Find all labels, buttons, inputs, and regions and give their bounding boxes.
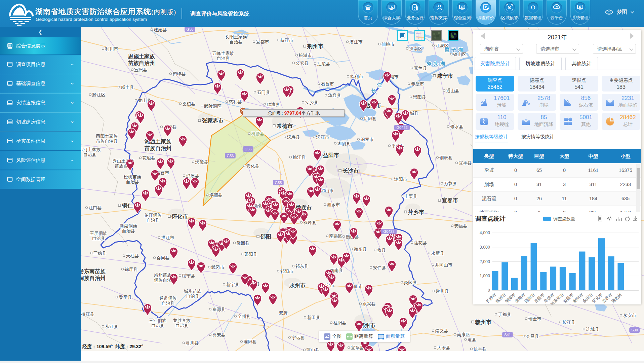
svg-text:赤壁市: 赤壁市 — [411, 81, 424, 86]
svg-text:汉寿县: 汉寿县 — [287, 135, 300, 140]
svg-text:浏阳市: 浏阳市 — [394, 177, 407, 182]
svg-text:泸溪县: 泸溪县 — [186, 173, 199, 178]
svg-text:郴州市: 郴州市 — [572, 292, 584, 304]
svg-text:蓝山县: 蓝山县 — [307, 348, 320, 351]
svg-text:G56: G56 — [227, 154, 234, 158]
svg-text:遂川县: 遂川县 — [436, 289, 449, 294]
svg-text:自治县: 自治县 — [186, 294, 199, 299]
svg-text:潜江市: 潜江市 — [350, 39, 363, 44]
svg-text:侗族自治: 侗族自治 — [154, 278, 172, 283]
svg-text:恩施土家族: 恩施土家族 — [128, 53, 155, 59]
svg-text:新晃侗族: 新晃侗族 — [120, 223, 137, 228]
svg-text:自治县: 自治县 — [83, 152, 96, 157]
svg-text:湘乡市: 湘乡市 — [327, 202, 340, 207]
svg-text:三江侗族: 三江侗族 — [149, 318, 166, 323]
svg-text:4,000: 4,000 — [480, 230, 490, 235]
svg-text:邵阳市: 邵阳市 — [523, 292, 536, 304]
svg-text:永兴县: 永兴县 — [363, 301, 376, 306]
svg-text:永州市: 永州市 — [289, 282, 306, 288]
svg-text:武陵源区: 武陵源区 — [204, 104, 222, 109]
svg-text:新田县: 新田县 — [307, 315, 320, 320]
svg-text:自治县: 自治县 — [230, 39, 243, 44]
svg-text:灌阳县: 灌阳县 — [244, 339, 257, 344]
svg-text:邵阳: 邵阳 — [260, 234, 271, 240]
svg-text:桂阳县: 桂阳县 — [333, 320, 347, 325]
svg-text:玉屏侗族: 玉屏侗族 — [90, 231, 107, 236]
svg-text:怀化市: 怀化市 — [591, 292, 604, 304]
svg-text:黎平县: 黎平县 — [119, 295, 132, 300]
svg-text:监利市: 监利市 — [350, 74, 363, 79]
svg-text:安化县: 安化县 — [246, 164, 259, 169]
svg-text:江陵县: 江陵县 — [317, 61, 330, 66]
svg-text:3,000: 3,000 — [480, 245, 490, 250]
svg-text:隆回县: 隆回县 — [237, 241, 250, 246]
svg-text:宣恩县: 宣恩县 — [134, 67, 148, 72]
svg-text:华容县: 华容县 — [328, 93, 341, 98]
svg-text:G56: G56 — [245, 147, 252, 151]
svg-text:自治县: 自治县 — [122, 228, 135, 233]
svg-text:长沙市: 长沙市 — [343, 168, 359, 174]
svg-text:从江县: 从江县 — [105, 324, 118, 329]
svg-text:张家界市: 张家界市 — [550, 292, 565, 304]
svg-text:沅陵县: 沅陵县 — [195, 159, 208, 165]
svg-text:安乡县: 安乡县 — [305, 100, 318, 105]
svg-text:G0422: G0422 — [383, 229, 394, 233]
svg-text:自治县: 自治县 — [92, 236, 105, 241]
svg-text:益阳市: 益阳市 — [323, 152, 339, 158]
svg-text:永州市: 永州市 — [582, 292, 594, 304]
svg-text:沅江市: 沅江市 — [316, 135, 329, 140]
svg-text:炎陵县: 炎陵县 — [404, 280, 417, 285]
svg-text:桃源县: 桃源县 — [251, 131, 265, 136]
svg-text:仙桃市: 仙桃市 — [381, 42, 395, 47]
svg-text:南岳区: 南岳区 — [329, 233, 343, 239]
svg-text:崇义县: 崇义县 — [435, 328, 448, 333]
svg-text:长: 长 — [371, 88, 376, 94]
svg-text:于都县: 于都县 — [498, 312, 511, 317]
svg-text:汉南区: 汉南区 — [409, 46, 422, 51]
svg-text:宜丰县: 宜丰县 — [459, 160, 472, 166]
svg-text:洪江市: 洪江市 — [161, 235, 174, 240]
svg-text:岳阳县: 岳阳县 — [364, 116, 377, 121]
svg-text:利川市: 利川市 — [105, 46, 118, 51]
svg-text:湘潭市: 湘潭市 — [504, 292, 517, 304]
svg-text:榕江县: 榕江县 — [81, 312, 94, 317]
svg-text:荆州市: 荆州市 — [307, 43, 323, 49]
svg-text:慈利县: 慈利县 — [229, 99, 242, 104]
svg-text:武冈市: 武冈市 — [211, 265, 225, 270]
svg-text:兴安县: 兴安县 — [212, 332, 226, 337]
svg-text:溆浦县: 溆浦县 — [209, 192, 223, 197]
svg-text:桃江县: 桃江县 — [292, 155, 306, 160]
svg-text:湘阴县: 湘阴县 — [337, 141, 351, 146]
svg-text:宜都市: 宜都市 — [256, 39, 269, 44]
svg-text:永安市: 永安市 — [623, 313, 636, 318]
svg-text:S30: S30 — [631, 328, 638, 332]
svg-text:长汀县: 长汀县 — [562, 320, 575, 325]
svg-text:自治县: 自治县 — [217, 56, 230, 61]
svg-text:桑植县: 桑植县 — [183, 101, 196, 106]
svg-text:祁阳市: 祁阳市 — [280, 269, 293, 274]
svg-text:灵川县: 灵川县 — [186, 340, 199, 346]
svg-text:五峰土家族: 五峰土家族 — [212, 51, 234, 56]
svg-text:临澧县: 临澧县 — [267, 102, 280, 107]
svg-text:G0422: G0422 — [396, 125, 407, 130]
svg-text:斧头湖: 斧头湖 — [427, 61, 447, 66]
svg-text:建始县: 建始县 — [154, 27, 167, 32]
svg-text:崇阳县: 崇阳县 — [413, 95, 426, 100]
svg-text:1,000: 1,000 — [480, 274, 490, 278]
svg-text:铜仁: 铜仁 — [122, 203, 133, 208]
svg-text:信丰县: 信丰县 — [473, 347, 487, 351]
svg-text:宜春市: 宜春市 — [442, 197, 458, 203]
svg-text:常德市: 常德市 — [543, 292, 555, 304]
svg-text:花垣县: 花垣县 — [142, 155, 156, 160]
svg-text:靖州苗族: 靖州苗族 — [154, 273, 171, 278]
svg-text:芷江侗族: 芷江侗族 — [144, 213, 162, 218]
svg-text:娄底市: 娄底市 — [601, 292, 613, 304]
svg-text:城步苗族: 城步苗族 — [184, 289, 201, 294]
svg-text:祁东县: 祁东县 — [295, 264, 309, 269]
svg-text:苗族自治县: 苗族自治县 — [96, 139, 118, 144]
svg-text:自治县: 自治县 — [151, 323, 164, 328]
svg-text:张家界市: 张家界市 — [202, 117, 224, 123]
svg-text:江: 江 — [377, 82, 382, 88]
svg-text:道县: 道县 — [468, 337, 476, 342]
svg-text:自治县: 自治县 — [147, 218, 160, 223]
